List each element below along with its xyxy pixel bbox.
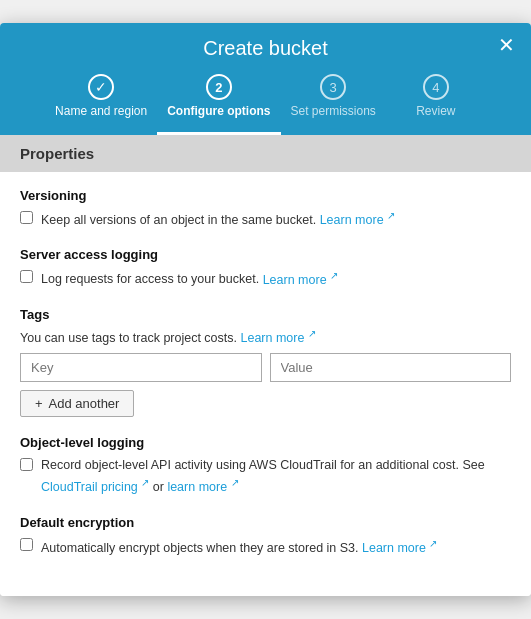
properties-label: Properties	[20, 145, 94, 162]
tags-external-icon: ↗	[308, 328, 316, 339]
versioning-checkbox[interactable]	[20, 211, 33, 224]
tags-value-input[interactable]	[270, 353, 512, 382]
default-encryption-checkbox-row: Automatically encrypt objects when they …	[20, 536, 511, 558]
versioning-learn-more-text: Learn more	[320, 213, 384, 227]
step-1-check: ✓	[95, 79, 107, 95]
add-another-button[interactable]: + Add another	[20, 390, 134, 417]
default-encryption-label: Automatically encrypt objects when they …	[41, 536, 437, 558]
default-encryption-learn-more-text: Learn more	[362, 541, 426, 555]
step-2-label: Configure options	[167, 104, 270, 120]
tags-learn-more-link[interactable]: Learn more ↗	[241, 331, 316, 345]
versioning-section: Versioning Keep all versions of an objec…	[20, 188, 511, 230]
step-2: 2 Configure options	[157, 74, 280, 135]
tags-section: Tags You can use tags to track project c…	[20, 307, 511, 417]
server-logging-external-icon: ↗	[330, 269, 338, 280]
tags-description: You can use tags to track project costs.…	[20, 328, 511, 345]
object-logging-checkbox[interactable]	[20, 458, 33, 471]
tags-inputs-row	[20, 353, 511, 382]
object-logging-external-icon: ↗	[231, 477, 239, 488]
cloudtrail-external-icon: ↗	[141, 477, 149, 488]
add-another-label: Add another	[49, 396, 120, 411]
server-logging-learn-more-text: Learn more	[263, 273, 327, 287]
tags-key-input[interactable]	[20, 353, 262, 382]
versioning-checkbox-row: Keep all versions of an object in the sa…	[20, 209, 511, 230]
modal-header: Create bucket ✕ ✓ Name and region 2 Conf…	[0, 23, 531, 135]
server-logging-learn-more-link[interactable]: Learn more ↗	[263, 273, 338, 287]
step-1: ✓ Name and region	[45, 74, 157, 132]
server-logging-title: Server access logging	[20, 247, 511, 262]
default-encryption-checkbox[interactable]	[20, 538, 33, 551]
object-logging-title: Object-level logging	[20, 435, 511, 450]
server-logging-section: Server access logging Log requests for a…	[20, 247, 511, 289]
properties-bar: Properties	[0, 135, 531, 172]
step-1-label: Name and region	[55, 104, 147, 120]
object-logging-section: Object-level logging Record object-level…	[20, 435, 511, 497]
step-3-number: 3	[330, 80, 337, 95]
close-button[interactable]: ✕	[498, 35, 515, 55]
add-icon: +	[35, 396, 43, 411]
content-area: Versioning Keep all versions of an objec…	[0, 172, 531, 596]
default-encryption-section: Default encryption Automatically encrypt…	[20, 515, 511, 558]
versioning-external-icon: ↗	[387, 210, 395, 221]
versioning-label: Keep all versions of an object in the sa…	[41, 209, 395, 230]
tags-title: Tags	[20, 307, 511, 322]
default-encryption-external-icon: ↗	[429, 538, 437, 549]
step-4: 4 Review	[386, 74, 486, 132]
step-2-circle: 2	[206, 74, 232, 100]
step-2-number: 2	[215, 80, 222, 95]
tags-desc-text: You can use tags to track project costs.	[20, 331, 237, 345]
versioning-learn-more-link[interactable]: Learn more ↗	[320, 213, 395, 227]
default-encryption-text: Automatically encrypt objects when they …	[41, 541, 359, 555]
server-logging-text: Log requests for access to your bucket.	[41, 273, 259, 287]
step-3-label: Set permissions	[291, 104, 376, 120]
step-1-circle: ✓	[88, 74, 114, 100]
object-logging-or: or	[153, 480, 164, 494]
server-logging-label: Log requests for access to your bucket. …	[41, 268, 338, 289]
step-3: 3 Set permissions	[281, 74, 386, 132]
step-4-number: 4	[432, 80, 439, 95]
step-4-circle: 4	[423, 74, 449, 100]
create-bucket-modal: Create bucket ✕ ✓ Name and region 2 Conf…	[0, 23, 531, 596]
versioning-title: Versioning	[20, 188, 511, 203]
default-encryption-title: Default encryption	[20, 515, 511, 530]
steps-bar: ✓ Name and region 2 Configure options 3 …	[20, 74, 511, 135]
cloudtrail-pricing-text: CloudTrail pricing	[41, 480, 138, 494]
step-4-label: Review	[416, 104, 455, 120]
tags-learn-more-text: Learn more	[241, 331, 305, 345]
server-logging-checkbox-row: Log requests for access to your bucket. …	[20, 268, 511, 289]
versioning-text: Keep all versions of an object in the sa…	[41, 213, 316, 227]
modal-title: Create bucket	[20, 37, 511, 60]
cloudtrail-pricing-link[interactable]: CloudTrail pricing ↗	[41, 480, 153, 494]
object-logging-text: Record object-level API activity using A…	[41, 458, 485, 472]
step-3-circle: 3	[320, 74, 346, 100]
object-logging-checkbox-row: Record object-level API activity using A…	[20, 456, 511, 497]
object-logging-learn-more-text: learn more	[167, 480, 227, 494]
server-logging-checkbox[interactable]	[20, 270, 33, 283]
object-logging-label: Record object-level API activity using A…	[41, 456, 511, 497]
object-logging-learn-more-link[interactable]: learn more ↗	[167, 480, 238, 494]
default-encryption-learn-more-link[interactable]: Learn more ↗	[362, 541, 437, 555]
